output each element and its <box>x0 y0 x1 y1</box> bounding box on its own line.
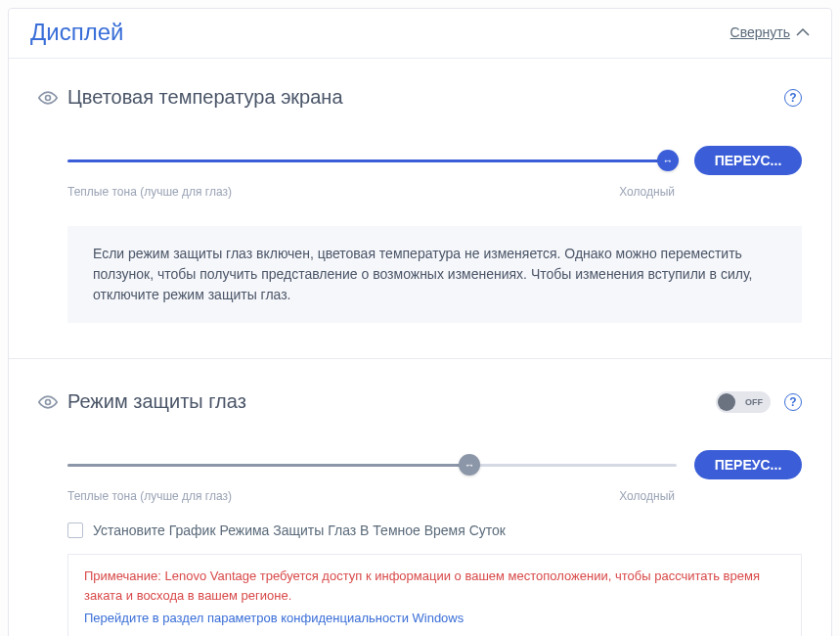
slider-fill <box>67 464 469 467</box>
slider-fill <box>67 159 677 162</box>
color-temp-reset-button[interactable]: ПЕРЕУС... <box>694 146 802 175</box>
help-icon[interactable]: ? <box>784 89 802 107</box>
chevron-up-icon <box>796 27 810 37</box>
eye-care-slider[interactable]: ↔ <box>67 464 677 467</box>
location-note-text: Примечание: Lenovo Vantage требуется дос… <box>84 567 785 605</box>
color-temp-slider-row: ↔ ПЕРЕУС... <box>38 146 802 175</box>
location-note-box: Примечание: Lenovo Vantage требуется дос… <box>67 554 802 636</box>
collapse-label: Свернуть <box>730 24 790 40</box>
eye-care-reset-button[interactable]: ПЕРЕУС... <box>694 450 802 479</box>
drag-arrows-icon: ↔ <box>663 155 674 166</box>
eye-care-slider-row: ↔ ПЕРЕУС... <box>38 450 802 479</box>
help-icon[interactable]: ? <box>784 393 802 411</box>
eye-care-slider-thumb[interactable]: ↔ <box>459 454 480 476</box>
drag-arrows-icon: ↔ <box>464 459 475 471</box>
slider-track: ↔ <box>67 464 677 467</box>
eye-icon <box>38 88 58 108</box>
svg-point-0 <box>46 95 51 100</box>
eye-care-title: Режим защиты глаз <box>67 390 246 413</box>
display-panel: Дисплей Свернуть Цветовая температура эк… <box>8 8 832 636</box>
privacy-settings-link[interactable]: Перейдите в раздел параметров конфиденци… <box>84 609 785 628</box>
cold-label: Холодный <box>619 489 675 503</box>
schedule-checkbox-label: Установите График Режима Защиты Глаз В Т… <box>93 522 506 538</box>
eye-care-section: Режим защиты глаз OFF ? ↔ <box>38 390 802 636</box>
warm-label: Теплые тона (лучше для глаз) <box>67 185 232 199</box>
svg-point-1 <box>46 399 51 404</box>
section-header: Режим защиты глаз OFF ? <box>38 390 802 413</box>
color-temp-slider[interactable]: ↔ <box>67 159 677 162</box>
panel-header: Дисплей Свернуть <box>9 9 831 59</box>
toggle-state-label: OFF <box>745 397 763 407</box>
slider-labels: Теплые тона (лучше для глаз) Холодный <box>38 489 802 503</box>
warm-label: Теплые тона (лучше для глаз) <box>67 489 232 503</box>
slider-track: ↔ <box>67 159 677 162</box>
color-temp-info: Если режим защиты глаз включен, цветовая… <box>67 226 802 323</box>
eye-icon <box>38 392 58 412</box>
section-header: Цветовая температура экрана ? <box>38 86 802 109</box>
color-temp-title: Цветовая температура экрана <box>67 86 343 109</box>
panel-title: Дисплей <box>30 19 123 46</box>
toggle-knob <box>718 393 735 411</box>
cold-label: Холодный <box>619 185 675 199</box>
color-temp-slider-thumb[interactable]: ↔ <box>657 150 679 171</box>
eye-care-toggle[interactable]: OFF <box>716 391 771 413</box>
collapse-link[interactable]: Свернуть <box>730 24 810 40</box>
section-divider <box>9 358 831 359</box>
color-temperature-section: Цветовая температура экрана ? ↔ ПЕРЕУС..… <box>38 86 802 323</box>
panel-body: Цветовая температура экрана ? ↔ ПЕРЕУС..… <box>9 59 831 636</box>
slider-labels: Теплые тона (лучше для глаз) Холодный <box>38 185 802 199</box>
schedule-checkbox-row: Установите График Режима Защиты Глаз В Т… <box>38 522 802 538</box>
schedule-checkbox[interactable] <box>67 522 83 538</box>
